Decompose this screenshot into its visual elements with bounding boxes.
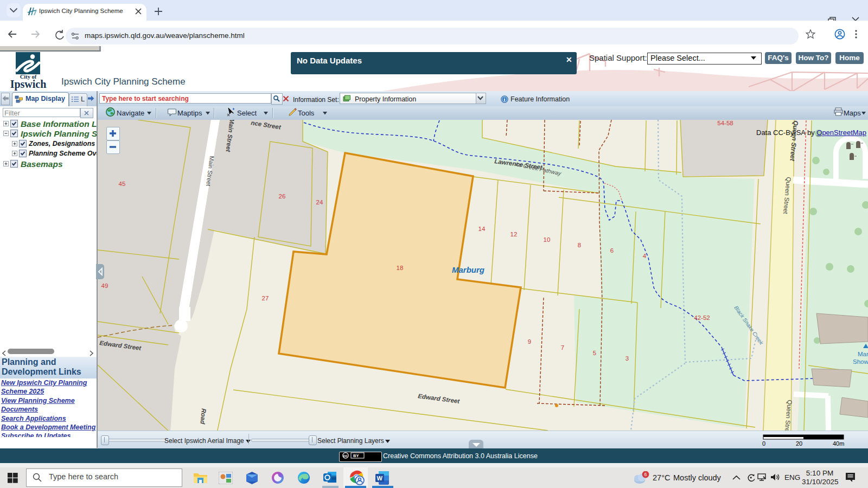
svg-text:7: 7 (561, 344, 564, 351)
svg-text:Marburg: Marburg (452, 265, 484, 274)
svg-text:26: 26 (279, 193, 286, 200)
svg-text:27: 27 (262, 295, 269, 301)
svg-text:6: 6 (610, 247, 614, 254)
svg-text:54-58: 54-58 (717, 120, 733, 126)
svg-text:BY: BY (353, 453, 359, 458)
svg-text:3: 3 (626, 355, 629, 362)
svg-text:9: 9 (528, 338, 531, 345)
svg-text:8: 8 (578, 242, 581, 248)
svg-text:4: 4 (643, 253, 647, 259)
svg-text:Show: Show (853, 358, 868, 365)
svg-text:14: 14 (478, 226, 486, 232)
svg-text:10: 10 (544, 236, 551, 243)
svg-text:18: 18 (397, 265, 404, 271)
svg-text:5: 5 (593, 350, 596, 356)
svg-text:cc: cc (343, 453, 347, 458)
svg-text:42-52: 42-52 (694, 314, 710, 321)
svg-text:12: 12 (510, 231, 518, 237)
svg-text:24: 24 (316, 199, 323, 206)
svg-text:45: 45 (119, 181, 126, 187)
svg-text:49: 49 (101, 282, 108, 289)
svg-text:Mar: Mar (858, 351, 868, 357)
svg-text:6: 6 (644, 472, 647, 477)
svg-text:0: 0 (762, 440, 765, 447)
svg-text:W: W (377, 475, 383, 481)
svg-text:20: 20 (796, 440, 802, 447)
svg-text:40m: 40m (833, 440, 844, 447)
